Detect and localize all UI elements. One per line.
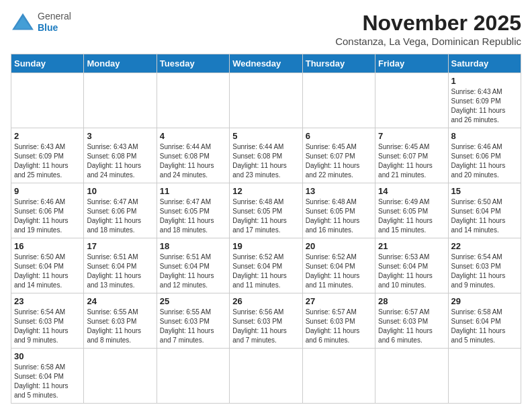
logo-blue: Blue bbox=[38, 22, 58, 33]
day-info: Sunrise: 6:57 AM Sunset: 6:03 PM Dayligh… bbox=[306, 308, 372, 345]
calendar: SundayMondayTuesdayWednesdayThursdayFrid… bbox=[11, 54, 521, 404]
calendar-cell bbox=[448, 349, 521, 404]
day-info: Sunrise: 6:51 AM Sunset: 6:04 PM Dayligh… bbox=[160, 253, 226, 290]
day-number: 10 bbox=[87, 186, 153, 196]
day-number: 27 bbox=[306, 296, 372, 306]
location-subtitle: Constanza, La Vega, Dominican Republic bbox=[335, 36, 521, 47]
header: General Blue November 2025 Constanza, La… bbox=[11, 11, 521, 47]
logo-general: General bbox=[38, 11, 71, 21]
day-info: Sunrise: 6:44 AM Sunset: 6:08 PM Dayligh… bbox=[232, 142, 299, 180]
calendar-cell bbox=[375, 349, 448, 404]
day-info: Sunrise: 6:52 AM Sunset: 6:04 PM Dayligh… bbox=[306, 253, 372, 290]
calendar-cell: 3Sunrise: 6:43 AM Sunset: 6:08 PM Daylig… bbox=[84, 128, 157, 183]
calendar-cell: 27Sunrise: 6:57 AM Sunset: 6:03 PM Dayli… bbox=[302, 293, 375, 349]
calendar-cell bbox=[230, 349, 302, 404]
calendar-cell: 28Sunrise: 6:57 AM Sunset: 6:03 PM Dayli… bbox=[375, 293, 448, 349]
weekday-header-wednesday: Wednesday bbox=[230, 54, 302, 73]
day-info: Sunrise: 6:43 AM Sunset: 6:09 PM Dayligh… bbox=[451, 87, 518, 125]
weekday-header-thursday: Thursday bbox=[302, 54, 375, 73]
calendar-cell: 13Sunrise: 6:48 AM Sunset: 6:05 PM Dayli… bbox=[302, 183, 375, 238]
calendar-cell: 29Sunrise: 6:58 AM Sunset: 6:04 PM Dayli… bbox=[448, 293, 521, 349]
day-number: 12 bbox=[232, 186, 299, 196]
calendar-cell: 23Sunrise: 6:54 AM Sunset: 6:03 PM Dayli… bbox=[11, 293, 84, 349]
calendar-cell: 14Sunrise: 6:49 AM Sunset: 6:05 PM Dayli… bbox=[375, 183, 448, 238]
day-info: Sunrise: 6:43 AM Sunset: 6:08 PM Dayligh… bbox=[87, 142, 153, 180]
day-info: Sunrise: 6:50 AM Sunset: 6:04 PM Dayligh… bbox=[451, 197, 518, 235]
day-info: Sunrise: 6:58 AM Sunset: 6:04 PM Dayligh… bbox=[451, 308, 518, 345]
logo-icon bbox=[11, 12, 35, 32]
day-number: 23 bbox=[14, 296, 81, 306]
day-info: Sunrise: 6:48 AM Sunset: 6:05 PM Dayligh… bbox=[232, 197, 299, 235]
day-info: Sunrise: 6:55 AM Sunset: 6:03 PM Dayligh… bbox=[87, 308, 153, 345]
calendar-cell bbox=[375, 73, 448, 128]
day-info: Sunrise: 6:57 AM Sunset: 6:03 PM Dayligh… bbox=[378, 308, 445, 345]
calendar-cell bbox=[157, 349, 229, 404]
calendar-cell: 12Sunrise: 6:48 AM Sunset: 6:05 PM Dayli… bbox=[230, 183, 302, 238]
calendar-week-4: 16Sunrise: 6:50 AM Sunset: 6:04 PM Dayli… bbox=[11, 238, 521, 293]
calendar-cell: 18Sunrise: 6:51 AM Sunset: 6:04 PM Dayli… bbox=[157, 238, 229, 293]
day-info: Sunrise: 6:54 AM Sunset: 6:03 PM Dayligh… bbox=[14, 308, 81, 345]
calendar-week-3: 9Sunrise: 6:46 AM Sunset: 6:06 PM Daylig… bbox=[11, 183, 521, 238]
day-number: 4 bbox=[160, 131, 226, 141]
calendar-cell: 16Sunrise: 6:50 AM Sunset: 6:04 PM Dayli… bbox=[11, 238, 84, 293]
day-number: 3 bbox=[87, 131, 153, 141]
day-number: 5 bbox=[232, 131, 299, 141]
day-number: 28 bbox=[378, 296, 445, 306]
day-number: 22 bbox=[451, 241, 518, 251]
logo: General Blue bbox=[11, 11, 71, 34]
day-number: 26 bbox=[232, 296, 299, 306]
calendar-cell: 17Sunrise: 6:51 AM Sunset: 6:04 PM Dayli… bbox=[84, 238, 157, 293]
day-info: Sunrise: 6:52 AM Sunset: 6:04 PM Dayligh… bbox=[232, 253, 299, 290]
calendar-cell: 11Sunrise: 6:47 AM Sunset: 6:05 PM Dayli… bbox=[157, 183, 229, 238]
calendar-week-6: 30Sunrise: 6:58 AM Sunset: 6:04 PM Dayli… bbox=[11, 349, 521, 404]
calendar-cell: 21Sunrise: 6:53 AM Sunset: 6:04 PM Dayli… bbox=[375, 238, 448, 293]
weekday-header-monday: Monday bbox=[84, 54, 157, 73]
calendar-cell bbox=[302, 349, 375, 404]
calendar-cell: 22Sunrise: 6:54 AM Sunset: 6:03 PM Dayli… bbox=[448, 238, 521, 293]
calendar-cell: 9Sunrise: 6:46 AM Sunset: 6:06 PM Daylig… bbox=[11, 183, 84, 238]
day-number: 15 bbox=[451, 186, 518, 196]
day-info: Sunrise: 6:58 AM Sunset: 6:04 PM Dayligh… bbox=[14, 363, 81, 400]
weekday-header-sunday: Sunday bbox=[11, 54, 84, 73]
day-number: 14 bbox=[378, 186, 445, 196]
calendar-cell bbox=[84, 349, 157, 404]
weekday-header-row: SundayMondayTuesdayWednesdayThursdayFrid… bbox=[11, 54, 521, 73]
calendar-week-2: 2Sunrise: 6:43 AM Sunset: 6:09 PM Daylig… bbox=[11, 128, 521, 183]
day-number: 24 bbox=[87, 296, 153, 306]
calendar-cell: 8Sunrise: 6:46 AM Sunset: 6:06 PM Daylig… bbox=[448, 128, 521, 183]
day-info: Sunrise: 6:54 AM Sunset: 6:03 PM Dayligh… bbox=[451, 253, 518, 290]
title-section: November 2025 Constanza, La Vega, Domini… bbox=[335, 11, 521, 47]
day-info: Sunrise: 6:48 AM Sunset: 6:05 PM Dayligh… bbox=[306, 197, 372, 235]
day-number: 6 bbox=[306, 131, 372, 141]
day-number: 11 bbox=[160, 186, 226, 196]
day-info: Sunrise: 6:45 AM Sunset: 6:07 PM Dayligh… bbox=[306, 142, 372, 180]
day-info: Sunrise: 6:56 AM Sunset: 6:03 PM Dayligh… bbox=[232, 308, 299, 345]
day-info: Sunrise: 6:50 AM Sunset: 6:04 PM Dayligh… bbox=[14, 253, 81, 290]
calendar-cell bbox=[157, 73, 229, 128]
calendar-cell bbox=[11, 73, 84, 128]
day-info: Sunrise: 6:47 AM Sunset: 6:06 PM Dayligh… bbox=[87, 197, 153, 235]
weekday-header-friday: Friday bbox=[375, 54, 448, 73]
calendar-cell: 1Sunrise: 6:43 AM Sunset: 6:09 PM Daylig… bbox=[448, 73, 521, 128]
day-info: Sunrise: 6:46 AM Sunset: 6:06 PM Dayligh… bbox=[451, 142, 518, 180]
calendar-cell bbox=[84, 73, 157, 128]
calendar-cell: 6Sunrise: 6:45 AM Sunset: 6:07 PM Daylig… bbox=[302, 128, 375, 183]
calendar-cell: 2Sunrise: 6:43 AM Sunset: 6:09 PM Daylig… bbox=[11, 128, 84, 183]
calendar-cell: 15Sunrise: 6:50 AM Sunset: 6:04 PM Dayli… bbox=[448, 183, 521, 238]
day-info: Sunrise: 6:55 AM Sunset: 6:03 PM Dayligh… bbox=[160, 308, 226, 345]
calendar-cell: 25Sunrise: 6:55 AM Sunset: 6:03 PM Dayli… bbox=[157, 293, 229, 349]
day-number: 9 bbox=[14, 186, 81, 196]
weekday-header-tuesday: Tuesday bbox=[157, 54, 229, 73]
calendar-cell: 4Sunrise: 6:44 AM Sunset: 6:08 PM Daylig… bbox=[157, 128, 229, 183]
day-number: 13 bbox=[306, 186, 372, 196]
day-number: 30 bbox=[14, 351, 81, 361]
calendar-cell: 24Sunrise: 6:55 AM Sunset: 6:03 PM Dayli… bbox=[84, 293, 157, 349]
day-number: 2 bbox=[14, 131, 81, 141]
calendar-cell: 7Sunrise: 6:45 AM Sunset: 6:07 PM Daylig… bbox=[375, 128, 448, 183]
day-number: 18 bbox=[160, 241, 226, 251]
calendar-cell: 19Sunrise: 6:52 AM Sunset: 6:04 PM Dayli… bbox=[230, 238, 302, 293]
day-number: 7 bbox=[378, 131, 445, 141]
weekday-header-saturday: Saturday bbox=[448, 54, 521, 73]
day-info: Sunrise: 6:47 AM Sunset: 6:05 PM Dayligh… bbox=[160, 197, 226, 235]
day-info: Sunrise: 6:46 AM Sunset: 6:06 PM Dayligh… bbox=[14, 197, 81, 235]
